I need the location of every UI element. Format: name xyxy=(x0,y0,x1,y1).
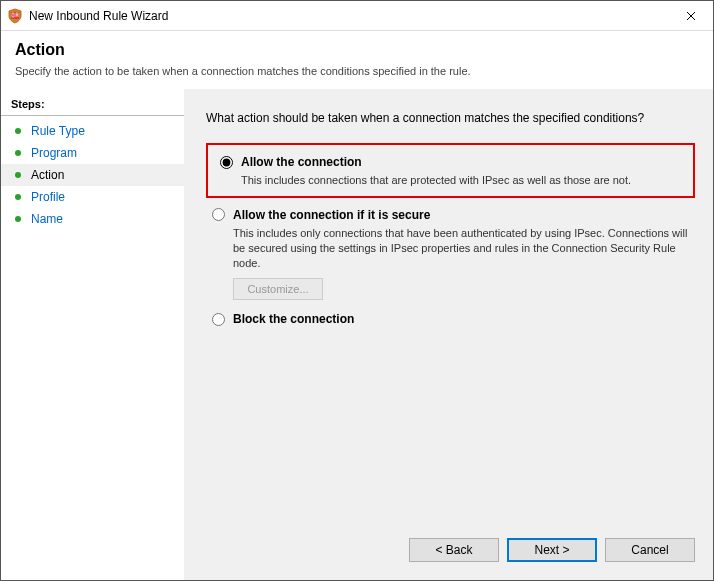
bullet-icon xyxy=(15,128,21,134)
option-secure-desc: This includes only connections that have… xyxy=(233,226,695,271)
bullet-icon xyxy=(15,172,21,178)
sidebar: Steps: Rule Type Program Action Profile xyxy=(1,89,184,580)
question-text: What action should be taken when a conne… xyxy=(206,111,695,125)
step-rule-type[interactable]: Rule Type xyxy=(1,120,184,142)
customize-button: Customize... xyxy=(233,278,323,300)
option-block-title: Block the connection xyxy=(233,312,354,326)
svg-rect-0 xyxy=(11,12,19,19)
option-allow-title: Allow the connection xyxy=(241,155,362,169)
step-label: Profile xyxy=(31,190,65,204)
footer: < Back Next > Cancel xyxy=(206,528,695,568)
option-secure-row[interactable]: Allow the connection if it is secure xyxy=(212,208,695,222)
step-profile[interactable]: Profile xyxy=(1,186,184,208)
step-label: Program xyxy=(31,146,77,160)
step-label: Name xyxy=(31,212,63,226)
radio-block[interactable] xyxy=(212,313,225,326)
option-block-row[interactable]: Block the connection xyxy=(212,312,695,326)
bullet-icon xyxy=(15,150,21,156)
sidebar-title: Steps: xyxy=(1,95,184,116)
steps-list: Rule Type Program Action Profile Name xyxy=(1,116,184,230)
step-label: Action xyxy=(31,168,64,182)
option-secure-title: Allow the connection if it is secure xyxy=(233,208,430,222)
page-subtitle: Specify the action to be taken when a co… xyxy=(15,65,699,77)
option-secure: Allow the connection if it is secure Thi… xyxy=(206,208,695,301)
header: Action Specify the action to be taken wh… xyxy=(1,31,713,89)
option-allow: Allow the connection This includes conne… xyxy=(214,155,681,188)
titlebar: New Inbound Rule Wizard xyxy=(1,1,713,31)
close-icon xyxy=(686,11,696,21)
option-allow-row[interactable]: Allow the connection xyxy=(220,155,681,169)
close-button[interactable] xyxy=(669,1,713,31)
cancel-button[interactable]: Cancel xyxy=(605,538,695,562)
radio-secure[interactable] xyxy=(212,208,225,221)
body: Steps: Rule Type Program Action Profile xyxy=(1,89,713,580)
option-block: Block the connection xyxy=(206,312,695,326)
page-title: Action xyxy=(15,41,699,59)
next-button[interactable]: Next > xyxy=(507,538,597,562)
content-panel: What action should be taken when a conne… xyxy=(184,89,713,580)
back-button[interactable]: < Back xyxy=(409,538,499,562)
highlighted-option: Allow the connection This includes conne… xyxy=(206,143,695,198)
step-program[interactable]: Program xyxy=(1,142,184,164)
firewall-icon xyxy=(7,8,23,24)
bullet-icon xyxy=(15,194,21,200)
bullet-icon xyxy=(15,216,21,222)
step-label: Rule Type xyxy=(31,124,85,138)
option-allow-desc: This includes connections that are prote… xyxy=(241,173,681,188)
step-name[interactable]: Name xyxy=(1,208,184,230)
wizard-window: New Inbound Rule Wizard Action Specify t… xyxy=(0,0,714,581)
window-title: New Inbound Rule Wizard xyxy=(29,9,669,23)
step-action[interactable]: Action xyxy=(1,164,184,186)
radio-allow[interactable] xyxy=(220,156,233,169)
